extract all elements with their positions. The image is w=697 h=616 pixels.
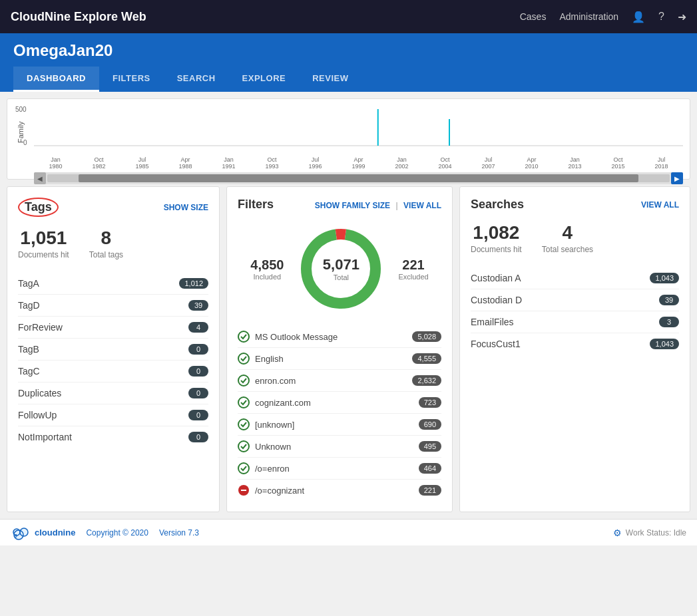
search-list-item[interactable]: Custodian D39 (471, 289, 679, 311)
x-label-4: Apr1988 (178, 156, 192, 170)
include-check-icon (238, 331, 250, 343)
tag-count: 0 (188, 410, 208, 420)
scrollbar-track[interactable] (47, 174, 670, 182)
filter-list-item[interactable]: cognizant.com723 (238, 392, 441, 414)
tab-search[interactable]: SEARCH (164, 67, 229, 92)
filter-count: 2,632 (412, 375, 441, 386)
filters-excluded-label: Excluded (398, 273, 428, 281)
x-label-3: Jul1985 (135, 156, 148, 170)
svg-point-9 (238, 419, 249, 430)
search-list-item[interactable]: EmailFiles3 (471, 311, 679, 333)
timeline-section: Family 500 0 Jan1980 Oct1982 Jul1985 Apr… (7, 98, 690, 180)
tags-total-label: Total tags (89, 250, 123, 259)
filters-excluded-number: 221 (398, 257, 428, 273)
tag-list-item[interactable]: Duplicates0 (18, 383, 208, 404)
x-label-13: Jan2013 (568, 156, 581, 170)
footer-version[interactable]: Version 7.3 (159, 528, 199, 538)
filter-list-item[interactable]: MS Outlook Message5,028 (238, 326, 441, 348)
filter-list-item[interactable]: /o=cognizant221 (238, 480, 441, 501)
footer: 9 cloudnine Copyright © 2020 Version 7.3… (0, 519, 697, 545)
filter-item-left: English (238, 353, 284, 365)
filter-count: 4,555 (412, 353, 441, 364)
tags-show-size-link[interactable]: SHOW SIZE (164, 203, 208, 212)
tag-count: 1,012 (179, 278, 208, 289)
svg-point-7 (238, 375, 249, 386)
footer-logo: 9 cloudnine (11, 523, 75, 543)
svg-point-10 (238, 441, 249, 452)
x-label-9: Jan2002 (395, 156, 408, 170)
tag-count: 39 (188, 300, 208, 311)
filters-view-all-link[interactable]: VIEW ALL (403, 201, 441, 210)
case-header: OmegaJan20 DASHBOARD FILTERS SEARCH EXPL… (0, 33, 697, 92)
filters-included-label: Included (250, 273, 284, 281)
scrollbar-left-arrow[interactable]: ◀ (34, 172, 46, 184)
svg-point-8 (238, 397, 249, 408)
cloudnine-logo-text: cloudnine (35, 528, 75, 538)
filter-name: [unknown] (255, 420, 294, 430)
tag-list-item[interactable]: FollowUp0 (18, 404, 208, 426)
donut-center: 5,071 Total (323, 256, 359, 281)
tag-list-item[interactable]: TagA1,012 (18, 273, 208, 295)
tag-list-item[interactable]: ForReview4 (18, 317, 208, 339)
tag-list-item[interactable]: TagD39 (18, 295, 208, 317)
timeline-scrollbar[interactable]: ◀ ▶ (34, 172, 683, 184)
filters-show-family-size-link[interactable]: SHOW FAMILY SIZE (315, 201, 390, 210)
searches-view-all-link[interactable]: VIEW ALL (641, 200, 679, 210)
logout-icon[interactable]: ➜ (678, 11, 686, 23)
svg-text:9: 9 (15, 534, 17, 538)
x-label-11: Jul2007 (481, 156, 495, 170)
x-label-7: Jul1996 (308, 156, 322, 170)
user-icon[interactable]: 👤 (632, 11, 645, 23)
y-axis-label: Family (14, 106, 27, 159)
filter-name: /o=cognizant (255, 486, 304, 496)
tab-explore[interactable]: EXPLORE (229, 67, 300, 92)
include-check-icon (238, 396, 250, 408)
tag-list-item[interactable]: TagB0 (18, 339, 208, 361)
filter-list-item[interactable]: [unknown]690 (238, 414, 441, 436)
filter-list-item[interactable]: Unknown495 (238, 436, 441, 458)
y-value-0: 0 (23, 139, 27, 146)
filter-name: MS Outlook Message (255, 332, 338, 342)
search-name: EmailFiles (471, 317, 514, 327)
searches-docs-hit-stat: 1,082 Documents hit (471, 222, 522, 254)
scrollbar-right-arrow[interactable]: ▶ (671, 172, 683, 184)
tags-docs-hit-stat: 1,051 Documents hit (18, 228, 69, 259)
tag-list-item[interactable]: NotImportant0 (18, 426, 208, 448)
tag-list-item[interactable]: TagC0 (18, 361, 208, 383)
search-list-item[interactable]: Custodian A1,043 (471, 267, 679, 289)
tab-filters[interactable]: FILTERS (99, 67, 164, 92)
help-icon[interactable]: ? (658, 11, 664, 23)
search-name: Custodian D (471, 295, 522, 305)
x-label-6: Oct1993 (265, 156, 278, 170)
filter-item-left: /o=enron (238, 462, 290, 474)
tab-review[interactable]: REVIEW (299, 67, 361, 92)
searches-list: Custodian A1,043Custodian D39EmailFiles3… (471, 267, 679, 355)
searches-docs-hit-label: Documents hit (471, 245, 522, 254)
filter-list-item[interactable]: enron.com2,632 (238, 370, 441, 392)
filters-card: Filters SHOW FAMILY SIZE | VIEW ALL 4,85… (226, 186, 453, 512)
filter-item-left: MS Outlook Message (238, 331, 338, 343)
main-content: Tags SHOW SIZE 1,051 Documents hit 8 Tot… (7, 186, 690, 512)
searches-total-label: Total searches (542, 245, 593, 254)
searches-total-number: 4 (542, 222, 593, 243)
nav-administration[interactable]: Administration (559, 11, 618, 22)
tags-title: Tags (18, 198, 59, 217)
x-label-8: Apr1999 (351, 156, 365, 170)
x-label-14: Oct2015 (611, 156, 624, 170)
tag-name: Duplicates (18, 388, 61, 398)
filter-list-item[interactable]: English4,555 (238, 348, 441, 370)
footer-copyright[interactable]: Copyright © 2020 (86, 528, 148, 538)
tab-dashboard[interactable]: DASHBOARD (13, 67, 99, 92)
scrollbar-thumb[interactable] (79, 174, 639, 182)
filters-links: SHOW FAMILY SIZE | VIEW ALL (315, 199, 441, 211)
filter-name: /o=enron (255, 464, 290, 474)
cloudnine-logo-icon: 9 (11, 523, 31, 543)
search-list-item[interactable]: FocusCust11,043 (471, 333, 679, 355)
search-count: 1,043 (650, 273, 679, 283)
x-axis-labels: Jan1980 Oct1982 Jul1985 Apr1988 Jan1991 … (34, 156, 683, 170)
tags-card-header: Tags SHOW SIZE (18, 198, 208, 217)
nav-cases[interactable]: Cases (520, 11, 547, 22)
filter-list-item[interactable]: /o=enron464 (238, 458, 441, 480)
tags-total-stat: 8 Total tags (89, 228, 123, 259)
include-check-icon (238, 375, 250, 386)
